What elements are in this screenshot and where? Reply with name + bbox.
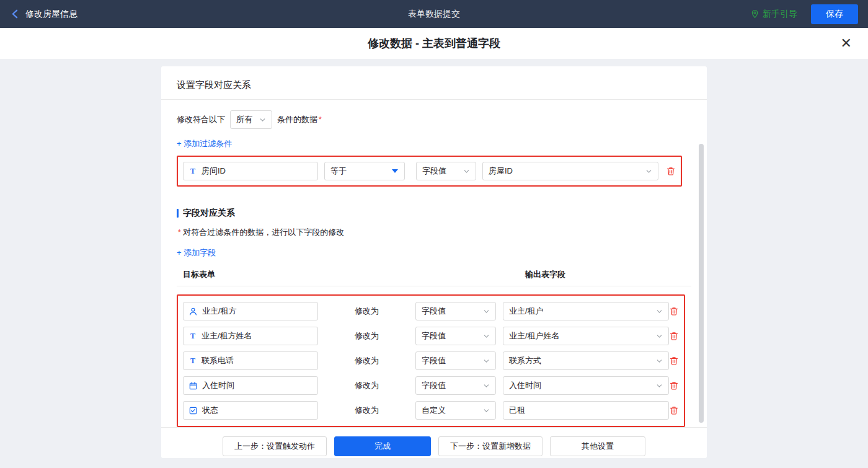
modify-label: 修改为 [318,330,415,342]
divider [177,286,691,286]
filter-field-value: 房间ID [202,166,226,177]
text-field-icon: T [188,356,197,366]
filter-field-input[interactable]: T 房间ID [183,162,318,180]
chevron-down-icon [655,307,663,316]
value-type-select[interactable]: 自定义 [415,401,496,420]
filter-scope-value: 所有 [236,114,252,125]
beginner-guide-link[interactable]: 新手引导 [750,9,797,20]
chevron-down-icon [463,167,471,175]
section-title-setup: 设置字段对应关系 [161,66,707,99]
back-chevron-icon[interactable] [10,9,20,19]
filter-conditions-box: T 房间ID 等于 字段值 房屋ID [177,156,682,187]
target-field-input[interactable]: T 业主/租方姓名 [183,327,318,345]
done-button[interactable]: 完成 [334,436,431,456]
delete-filter-icon[interactable] [666,166,676,176]
save-button[interactable]: 保存 [811,4,858,24]
chevron-down-icon [655,382,663,390]
field-mapping-box: 业主/租方 修改为 字段值 业主/租户 T [177,294,685,427]
topbar: 修改房屋信息 表单数据提交 新手引导 保存 [0,0,868,28]
value-type-select[interactable]: 字段值 [415,327,496,345]
modify-label: 修改为 [318,405,415,416]
card-footer: 上一步：设置触发动作 完成 下一步：设置新增数据 其他设置 [161,427,707,467]
custom-value-input[interactable]: 已租 [503,401,669,420]
mapping-row: 入住时间 修改为 字段值 入住时间 [183,376,679,395]
column-target-form: 目标表单 [183,269,215,280]
delete-row-icon[interactable] [669,381,679,391]
value-type-select[interactable]: 字段值 [415,376,496,395]
value-type-select[interactable]: 字段值 [415,351,496,370]
filter-scope-select[interactable]: 所有 [230,110,272,129]
caret-down-icon [392,169,398,173]
modify-label: 修改为 [318,380,415,391]
filter-suffix-label: 条件的数据* [277,114,322,125]
field-mapping-card: 设置字段对应关系 修改符合以下 所有 条件的数据* + 添加过滤条件 T [161,66,707,458]
mapping-columns-header: 目标表单 输出表字段 [177,269,691,280]
filter-row: T 房间ID 等于 字段值 房屋ID [183,162,676,180]
chevron-down-icon [482,382,490,390]
checkbox-icon [188,406,198,415]
output-field-select[interactable]: 业主/租户 [503,302,669,320]
other-settings-button[interactable]: 其他设置 [550,436,645,456]
dialog-title: 修改数据 - 主表到普通字段 [368,36,500,51]
chevron-down-icon [482,307,490,316]
section-title-field-mapping: 字段对应关系 [177,208,691,219]
location-pin-icon [750,9,760,19]
delete-row-icon[interactable] [669,405,679,415]
dialog-header: 修改数据 - 主表到普通字段 ✕ [0,28,868,59]
modify-label: 修改为 [318,355,415,366]
target-field-input[interactable]: 入住时间 [183,376,318,395]
filter-operator-select[interactable]: 等于 [324,162,405,180]
filter-prefix-label: 修改符合以下 [177,114,225,125]
delete-row-icon[interactable] [669,331,679,341]
user-icon [188,307,198,316]
topbar-title: 表单数据提交 [0,9,868,20]
filter-value-select[interactable]: 房屋ID [482,162,658,180]
output-field-select[interactable]: 入住时间 [503,376,669,395]
mapping-row: 业主/租方 修改为 字段值 业主/租户 [183,302,679,320]
section-accent-bar [177,209,179,218]
required-asterisk: * [319,115,322,124]
output-field-select[interactable]: 联系方式 [503,351,669,370]
calendar-icon [188,381,198,391]
next-step-button[interactable]: 下一步：设置新增数据 [438,436,542,456]
value-type-select[interactable]: 字段值 [415,302,496,320]
target-field-input[interactable]: 状态 [183,401,318,420]
filter-condition-line: 修改符合以下 所有 条件的数据* [177,110,691,129]
chevron-down-icon [482,407,490,415]
target-field-input[interactable]: T 联系电话 [183,351,318,370]
beginner-guide-label: 新手引导 [763,9,797,20]
prev-step-button[interactable]: 上一步：设置触发动作 [223,436,327,456]
back-nav[interactable]: 修改房屋信息 [10,9,78,20]
output-field-select[interactable]: 业主/租户姓名 [503,327,669,345]
close-icon[interactable]: ✕ [841,37,852,50]
chevron-down-icon [655,332,663,340]
chevron-down-icon [259,116,267,124]
filter-operator-value: 等于 [330,166,347,177]
back-label[interactable]: 修改房屋信息 [25,9,78,20]
chevron-down-icon [645,167,653,175]
column-output-field: 输出表字段 [525,269,565,280]
filter-value-type-select[interactable]: 字段值 [416,162,476,180]
dialog-body: 设置字段对应关系 修改符合以下 所有 条件的数据* + 添加过滤条件 T [0,59,868,468]
target-field-input[interactable]: 业主/租方 [183,302,318,320]
chevron-down-icon [482,332,490,340]
chevron-down-icon [482,357,490,365]
scrollbar-thumb[interactable] [699,144,704,423]
delete-row-icon[interactable] [669,306,679,316]
modify-label: 修改为 [318,306,415,317]
delete-row-icon[interactable] [669,356,679,366]
mapping-row: 状态 修改为 自定义 已租 [183,401,679,420]
add-field-link[interactable]: + 添加字段 [177,247,216,258]
mapping-row: T 联系电话 修改为 字段值 联系方式 [183,351,679,370]
text-field-icon: T [188,167,197,176]
text-field-icon: T [188,332,197,341]
add-filter-link[interactable]: + 添加过滤条件 [177,138,232,149]
field-mapping-description: * 对符合过滤条件的数据，进行以下字段的修改 [177,227,691,238]
chevron-down-icon [655,357,663,365]
mapping-row: T 业主/租方姓名 修改为 字段值 业主/租户姓名 [183,327,679,345]
